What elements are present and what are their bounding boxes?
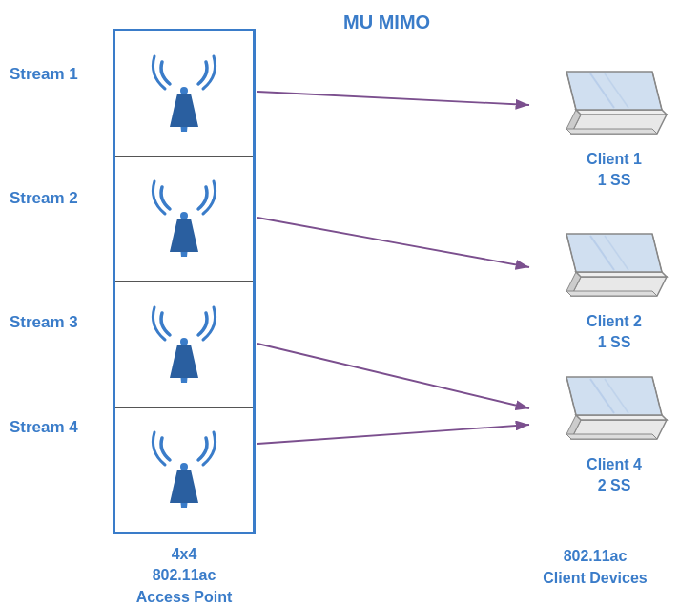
svg-marker-16: [566, 72, 662, 110]
svg-marker-1: [170, 94, 198, 127]
svg-marker-7: [170, 345, 198, 378]
client-4-label: Client 4 2 SS: [587, 454, 642, 497]
antenna-4: [115, 408, 253, 533]
antenna-2: [115, 157, 253, 283]
svg-line-43: [257, 425, 529, 444]
svg-line-41: [257, 218, 529, 267]
svg-marker-10: [170, 470, 198, 503]
client-2-tablet: [557, 219, 671, 305]
svg-point-8: [180, 338, 188, 345]
svg-marker-34: [566, 377, 662, 415]
ap-label: 4x4 802.11ac Access Point: [113, 544, 256, 606]
client-2-group: Client 2 1 SS: [557, 219, 671, 354]
stream-3-label: Stream 3: [10, 313, 78, 332]
svg-line-42: [257, 344, 529, 408]
antenna-3: [115, 282, 253, 408]
client-1-tablet: [557, 57, 671, 143]
svg-point-5: [180, 212, 188, 219]
svg-point-2: [180, 87, 188, 94]
stream-2-label: Stream 2: [10, 189, 78, 208]
stream-4-label: Stream 4: [10, 418, 78, 437]
diagram: MU MIMO Stream 1 Stream 2 Stream 3 Strea…: [0, 0, 700, 606]
client-4-group: Client 4 2 SS: [557, 363, 671, 497]
stream-1-label: Stream 1: [10, 65, 78, 84]
svg-marker-4: [170, 219, 198, 252]
svg-point-11: [180, 463, 188, 470]
svg-marker-32: [566, 434, 657, 439]
mu-mimo-label: MU MIMO: [343, 11, 430, 33]
client-devices-label: 802.11ac Client Devices: [519, 546, 671, 589]
client-1-label: Client 1 1 SS: [587, 149, 642, 192]
svg-marker-23: [566, 291, 657, 296]
client-4-tablet: [557, 363, 671, 449]
svg-marker-25: [566, 234, 662, 272]
client-2-label: Client 2 1 SS: [587, 311, 642, 354]
svg-line-40: [257, 92, 529, 105]
access-point-box: [113, 29, 256, 534]
antenna-1: [115, 31, 253, 157]
svg-marker-14: [566, 129, 657, 134]
client-1-group: Client 1 1 SS: [557, 57, 671, 192]
